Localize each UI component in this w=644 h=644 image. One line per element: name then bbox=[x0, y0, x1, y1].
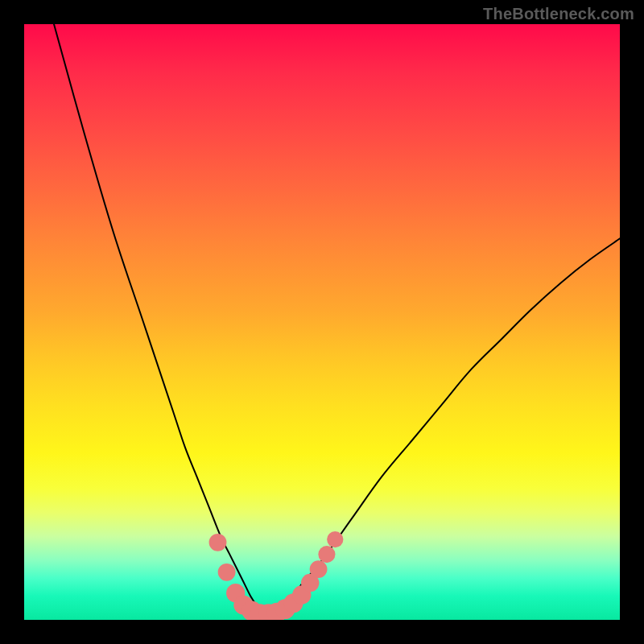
marker-layer bbox=[209, 531, 344, 620]
watermark-text: TheBottleneck.com bbox=[483, 5, 634, 23]
outer-frame: TheBottleneck.com bbox=[0, 0, 644, 644]
data-marker bbox=[209, 534, 227, 551]
data-marker bbox=[218, 564, 236, 581]
curve-left-branch bbox=[54, 24, 268, 614]
plot-area bbox=[24, 24, 620, 620]
data-marker bbox=[327, 531, 343, 547]
data-marker bbox=[310, 560, 328, 578]
curve-layer bbox=[54, 24, 620, 614]
chart-svg bbox=[24, 24, 620, 620]
data-marker bbox=[318, 546, 335, 563]
